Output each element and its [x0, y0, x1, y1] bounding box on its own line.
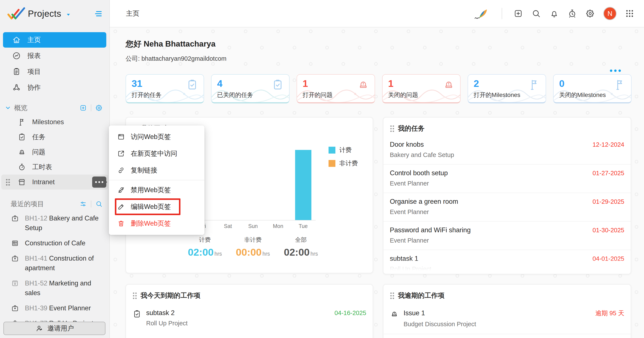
drag-handle-icon[interactable] [390, 292, 394, 299]
summary-billable: 计费 02:00hrs [184, 236, 226, 258]
task-row-green-room[interactable]: Organise a green room 01-29-2025 Event P… [384, 193, 631, 222]
task-row-door-knobs[interactable]: Door knobs 12-12-2024 Bakery and Cafe Se… [384, 136, 631, 164]
menu-item-delete-webtab[interactable]: 删除Web页签 [109, 215, 204, 232]
stat-card-open-issues[interactable]: 1 打开的问题 [296, 74, 375, 103]
apps-grid-icon[interactable] [625, 9, 634, 19]
workitem-due-date: 04-16-2025 [334, 309, 366, 316]
billable-bar-tue[interactable] [295, 150, 312, 220]
workitem-overdue-badge: 逾期 95 天 [595, 309, 624, 318]
invite-user-button[interactable]: 邀请用户 [4, 322, 106, 335]
drag-handle-icon[interactable] [132, 292, 137, 299]
chart-column-sat [216, 143, 240, 220]
report-icon [12, 51, 21, 60]
chevron-down-icon[interactable] [5, 105, 11, 111]
project-item-construction-cafe[interactable]: Construction of Cafe [0, 235, 109, 251]
overview-settings-icon[interactable] [95, 104, 103, 112]
task-project: Event Planner [390, 208, 624, 216]
filter-sliders-icon[interactable] [79, 200, 87, 208]
avatar[interactable]: N [603, 7, 616, 20]
sidebar-item-issues[interactable]: 问题 [0, 145, 109, 160]
legend-label: 非计费 [339, 159, 358, 168]
notifications-bell-icon[interactable] [549, 9, 559, 19]
task-row-password-wifi[interactable]: Password and WiFi sharing 01-30-2025 Eve… [384, 222, 631, 250]
legend-swatch-nonbillable [328, 160, 336, 167]
task-title[interactable]: Organise a green room [390, 198, 458, 205]
sidebar-item-label: Milestones [32, 118, 64, 126]
collapse-sidebar-icon[interactable] [94, 9, 103, 19]
sidebar-item-timesheet[interactable]: 工时表 [0, 160, 109, 175]
sidebar-item-intranet[interactable]: Intranet [1, 175, 108, 190]
menu-item-label: 访问Web页签 [131, 132, 171, 141]
zia-feather-icon[interactable] [474, 7, 490, 20]
chart-column-mon [266, 143, 290, 220]
sidebar-item-home[interactable]: 主页 [3, 32, 106, 48]
project-name: Construction of Cafe [25, 239, 86, 247]
search-icon[interactable] [531, 9, 541, 19]
summary-value: 00:00 [236, 246, 262, 258]
workitem-title[interactable]: subtask 2 [146, 309, 175, 317]
settings-gear-icon[interactable] [585, 9, 595, 19]
chart-column-sun [240, 143, 266, 220]
menu-item-edit-webtab[interactable]: 编辑Web页签 [109, 198, 204, 215]
sidebar-item-collaborate[interactable]: 协作 [3, 80, 106, 95]
project-item-apartment[interactable]: BH1-41Construction of apartment [0, 251, 109, 276]
stat-card-closed-milestones[interactable]: 0 关闭的Milestones [553, 74, 632, 103]
page-more-button[interactable] [610, 70, 621, 72]
project-search-icon[interactable] [95, 200, 103, 208]
newspaper-icon [11, 239, 19, 247]
menu-item-label: 禁用Web页签 [131, 186, 171, 195]
sidebar: Projects 主页 报表 项目 协作 [0, 0, 110, 338]
task-title[interactable]: Door knobs [390, 141, 424, 148]
topbar-actions: N [474, 7, 634, 20]
briefcase-icon [11, 254, 19, 263]
menu-item-copy-link[interactable]: 复制链接 [109, 162, 204, 179]
logo-row: Projects [0, 0, 109, 28]
drag-handle-icon[interactable] [6, 178, 10, 186]
task-row-control-booth[interactable]: Control booth setup 01-27-2025 Event Pla… [384, 164, 631, 193]
project-item-marketing[interactable]: BH1-52Marketing and sales [0, 276, 109, 300]
sidebar-item-milestones[interactable]: Milestones [0, 115, 109, 130]
timelog-bar-chart [190, 143, 316, 220]
stat-card-open-milestones[interactable]: 2 打开的Milestones [468, 74, 546, 103]
intranet-more-button[interactable] [92, 177, 106, 188]
project-item-event-planner[interactable]: BH1-39Event Planner [0, 300, 109, 316]
issue-icon [357, 79, 370, 91]
stat-card-closed-tasks[interactable]: 4 已关闭的任务 [211, 74, 290, 103]
workitem-row-door-knobs[interactable]: Door knobs 逾期 87 天 [384, 334, 631, 338]
sidebar-item-reports[interactable]: 报表 [3, 48, 106, 64]
greeting-title: 您好 Neha Bhattacharya [126, 39, 632, 49]
summary-total: 全部 02:00hrs [280, 236, 322, 258]
menu-item-visit-webtab[interactable]: 访问Web页签 [109, 128, 204, 145]
workitem-row-issue-1[interactable]: Issue 1 逾期 95 天 Budget Discussion Projec… [384, 303, 631, 334]
project-id: BH1-12 [25, 214, 47, 222]
menu-item-disable-webtab[interactable]: 禁用Web页签 [109, 182, 204, 198]
summary-nonbillable: 非计费 00:00hrs [232, 236, 274, 258]
workitem-title[interactable]: Issue 1 [404, 309, 425, 317]
sidebar-item-label: 任务 [32, 133, 46, 142]
add-widget-icon[interactable] [79, 104, 87, 112]
task-due-date: 01-29-2025 [592, 198, 624, 205]
sidebar-item-label: 协作 [28, 83, 41, 92]
summary-label: 非计费 [232, 236, 274, 244]
menu-item-open-new-tab[interactable]: 在新页签中访问 [109, 145, 204, 162]
task-title[interactable]: Control booth setup [390, 169, 448, 177]
sidebar-item-tasks[interactable]: 任务 [0, 130, 109, 145]
sidebar-item-projects[interactable]: 项目 [3, 64, 106, 79]
app-switch-caret-icon[interactable] [65, 11, 72, 18]
stat-card-open-tasks[interactable]: 31 打开的任务 [126, 74, 204, 103]
summary-value: 02:00 [188, 246, 214, 258]
task-title[interactable]: Password and WiFi sharing [390, 226, 470, 234]
stat-card-closed-issues[interactable]: 1 关闭的问题 [382, 74, 460, 103]
workitem-row-subtask-2[interactable]: subtask 2 04-16-2025 Roll Up Project [126, 303, 373, 333]
stat-label: 已关闭的任务 [217, 91, 284, 99]
overview-section-header[interactable]: 概览 [0, 101, 109, 115]
project-item-bakery[interactable]: BH1-12Bakery and Cafe Setup [0, 211, 109, 235]
store-icon [18, 178, 26, 186]
timer-icon[interactable] [567, 9, 577, 19]
add-new-icon[interactable] [513, 9, 523, 19]
drag-handle-icon[interactable] [390, 125, 394, 132]
task-icon [132, 309, 142, 318]
overdue-panel-title: 我逾期的工作项 [398, 291, 444, 300]
project-name: Event Planner [49, 304, 91, 312]
chart-legend: 计费 非计费 [328, 146, 358, 172]
